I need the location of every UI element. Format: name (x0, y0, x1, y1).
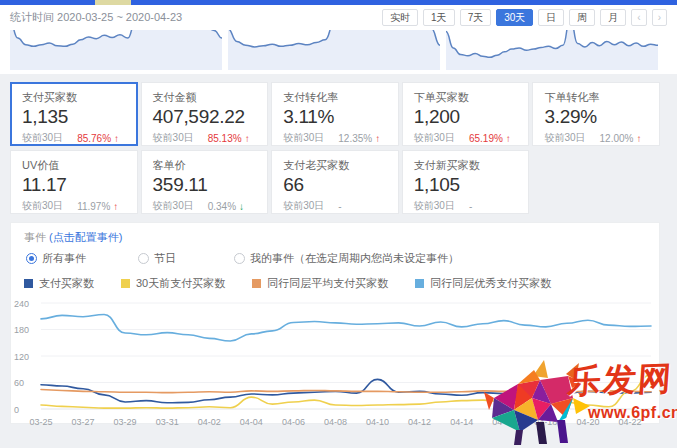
range-button-7day[interactable]: 7天 (460, 9, 492, 26)
svg-text:240: 240 (14, 299, 29, 309)
metric-card-order-buyers[interactable]: 下单买家数 1,200 较前30日65.19%↑ (402, 82, 530, 146)
up-arrow-icon: ↑ (245, 133, 250, 144)
legend-swatch (24, 279, 33, 288)
metric-value: 3.29% (544, 105, 648, 129)
svg-text:04-16: 04-16 (492, 417, 515, 427)
trend-line-chart: 06012018024003-2503-2703-2903-3104-0204-… (11, 295, 657, 433)
top-progress-segment (95, 0, 131, 5)
legend-swatch (252, 279, 261, 288)
metric-compare: 较前30日85.76%↑ (22, 131, 126, 145)
metric-card-old-buyers[interactable]: 支付老买家数 66 较前30日- (271, 150, 399, 214)
metric-label: 支付老买家数 (283, 159, 387, 172)
metric-card-new-buyers[interactable]: 支付新买家数 1,105 较前30日- (402, 150, 530, 214)
legend-swatch (415, 279, 424, 288)
up-arrow-icon: ↑ (636, 133, 641, 144)
metric-card-avg-order[interactable]: 客单价 359.11 较前30日0.34%↓ (141, 150, 269, 214)
metric-value: 3.11% (283, 105, 387, 129)
change-value: 65.19% (469, 133, 503, 144)
metric-label: 支付买家数 (22, 91, 126, 104)
metric-card-uv-value[interactable]: UV价值 11.17 较前30日11.97%↑ (10, 150, 138, 214)
metric-compare: 较前30日12.35%↑ (283, 131, 387, 145)
metric-compare: 较前30日11.97%↑ (22, 199, 126, 213)
metric-card-order-conversion[interactable]: 下单转化率 3.29% 较前30日12.00%↑ (532, 82, 660, 146)
range-button-30day[interactable]: 30天 (496, 9, 533, 26)
svg-text:04-12: 04-12 (408, 417, 431, 427)
change-value: 12.35% (338, 133, 372, 144)
trend-panel: 事件 (点击配置事件) 所有事件 节日 我的事件（在选定周期内您尚未设定事件） … (10, 222, 660, 424)
up-arrow-icon: ↑ (375, 133, 380, 144)
svg-text:04-02: 04-02 (198, 417, 221, 427)
metric-label: UV价值 (22, 159, 126, 172)
metric-card-pay-buyers[interactable]: 支付买家数 1,135 较前30日85.76%↑ (10, 82, 138, 146)
change-value: 85.13% (208, 133, 242, 144)
sparkline-strip (0, 30, 677, 74)
range-button-1day[interactable]: 1天 (423, 9, 455, 26)
metric-value: 1,105 (414, 173, 518, 197)
stat-time-label: 统计时间 2020-03-25 ~ 2020-04-23 (10, 10, 182, 25)
radio-icon (138, 253, 149, 264)
radio-holidays[interactable]: 节日 (138, 251, 176, 266)
range-button-realtime[interactable]: 实时 (382, 9, 418, 26)
legend-item-peer-avg[interactable]: 同行同层平均支付买家数 (252, 276, 388, 291)
metric-label: 下单转化率 (544, 91, 648, 104)
svg-text:0: 0 (14, 405, 19, 415)
svg-text:04-20: 04-20 (576, 417, 599, 427)
metric-card-pay-conversion[interactable]: 支付转化率 3.11% 较前30日12.35%↑ (271, 82, 399, 146)
change-value: 12.00% (600, 133, 634, 144)
empty-cell (532, 150, 660, 214)
metric-label: 支付新买家数 (414, 159, 518, 172)
svg-text:04-18: 04-18 (534, 417, 557, 427)
metric-label: 客单价 (153, 159, 257, 172)
events-options: 所有事件 节日 我的事件（在选定周期内您尚未设定事件） (24, 251, 646, 266)
svg-text:04-22: 04-22 (618, 417, 641, 427)
metric-value: 1,200 (414, 105, 518, 129)
metric-value: 11.17 (22, 173, 126, 197)
legend-item-pay-buyers[interactable]: 支付买家数 (24, 276, 94, 291)
top-progress-bar (0, 0, 677, 5)
svg-text:120: 120 (14, 352, 29, 362)
svg-text:04-06: 04-06 (282, 417, 305, 427)
next-arrow-icon[interactable]: › (652, 9, 667, 26)
change-value: 11.97% (77, 201, 110, 212)
legend-item-peer-top[interactable]: 同行同层优秀支付买家数 (415, 276, 551, 291)
metric-row-2: UV价值 11.17 较前30日11.97%↑ 客单价 359.11 较前30日… (10, 150, 660, 214)
change-value: - (469, 201, 472, 212)
metric-compare: 较前30日- (414, 199, 518, 213)
svg-text:60: 60 (14, 378, 24, 388)
metric-compare: 较前30日12.00%↑ (544, 131, 648, 145)
radio-all-events[interactable]: 所有事件 (26, 251, 86, 266)
legend-swatch (121, 279, 130, 288)
range-button-week[interactable]: 周 (569, 9, 595, 26)
range-button-day[interactable]: 日 (538, 9, 564, 26)
events-header: 事件 (点击配置事件) (24, 230, 646, 245)
range-button-month[interactable]: 月 (600, 9, 626, 26)
svg-text:04-10: 04-10 (366, 417, 389, 427)
svg-text:03-31: 03-31 (156, 417, 179, 427)
up-arrow-icon: ↑ (506, 133, 511, 144)
metric-label: 下单买家数 (414, 91, 518, 104)
radio-icon (26, 253, 37, 264)
radio-icon (234, 253, 245, 264)
metric-value: 359.11 (153, 173, 257, 197)
metric-row-1: 支付买家数 1,135 较前30日85.76%↑ 支付金额 407,592.22… (10, 82, 660, 146)
sparkline-chart-2 (228, 30, 440, 74)
events-label: 事件 (24, 231, 46, 243)
metric-value: 407,592.22 (153, 105, 257, 129)
metric-card-pay-amount[interactable]: 支付金额 407,592.22 较前30日85.13%↑ (141, 82, 269, 146)
metric-compare: 较前30日85.13%↑ (153, 131, 257, 145)
legend-item-30d-ago[interactable]: 30天前支付买家数 (121, 276, 225, 291)
metric-compare: 较前30日- (283, 199, 387, 213)
svg-text:04-08: 04-08 (324, 417, 347, 427)
chart-legend: 支付买家数 30天前支付买家数 同行同层平均支付买家数 同行同层优秀支付买家数 (24, 276, 659, 291)
change-value: 0.34% (208, 201, 236, 212)
configure-events-link[interactable]: (点击配置事件) (49, 231, 122, 243)
svg-text:03-27: 03-27 (72, 417, 95, 427)
change-value: 85.76% (77, 133, 111, 144)
metric-compare: 较前30日65.19%↑ (414, 131, 518, 145)
metric-label: 支付转化率 (283, 91, 387, 104)
svg-text:180: 180 (14, 325, 29, 335)
prev-arrow-icon[interactable]: ‹ (631, 9, 646, 26)
radio-my-events[interactable]: 我的事件（在选定周期内您尚未设定事件） (234, 251, 459, 266)
header-bar: 统计时间 2020-03-25 ~ 2020-04-23 实时 1天 7天 30… (0, 5, 677, 30)
metric-value: 66 (283, 173, 387, 197)
